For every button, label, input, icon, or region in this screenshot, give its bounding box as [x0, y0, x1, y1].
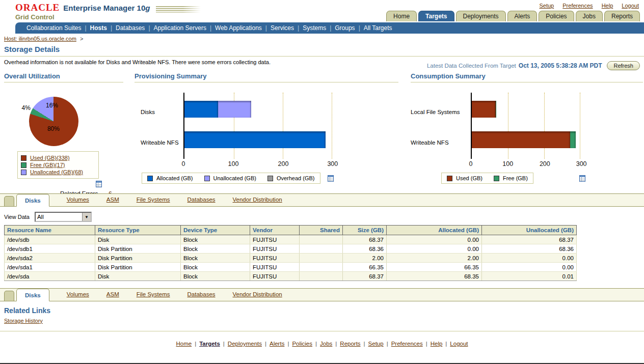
legend-unallocated: Unallocated (GB) [204, 175, 256, 181]
col-allocated: Allocated (GB) [387, 226, 482, 235]
footer-preferences[interactable]: Preferences [391, 341, 423, 347]
table-row[interactable]: /dev/sdaDiskBlockFUJITSU68.3768.350.01 [5, 272, 577, 281]
refresh-button[interactable]: Refresh [607, 61, 640, 70]
legend-used: Used (GB) [447, 175, 482, 181]
detail-tab-databases[interactable]: Databases [187, 193, 216, 206]
table-cell: Block [181, 244, 250, 254]
setup-link[interactable]: Setup [539, 3, 554, 9]
footer-jobs[interactable]: Jobs [320, 341, 332, 347]
tab-home[interactable]: Home [386, 11, 417, 21]
table-row[interactable]: /dev/sda1Disk PartitionBlockFUJITSU66.35… [5, 263, 577, 272]
consumption-plot-area [471, 93, 580, 159]
consumption-bar-chart: Local File Systems Writeable NFS 0 100 2… [411, 93, 582, 169]
used-legend-link[interactable]: Used (GB)(338) [30, 155, 70, 161]
legend-allocated: Allocated (GB) [147, 175, 193, 181]
table-row[interactable]: /dev/sda2Disk PartitionBlockFUJITSU2.002… [5, 254, 577, 263]
preferences-link[interactable]: Preferences [562, 3, 593, 9]
bar-writeable-nfs[interactable] [184, 131, 332, 148]
footer-reports[interactable]: Reports [340, 341, 360, 347]
breadcrumb-host-link[interactable]: Host: ilinrbn05.us.oracle.com [4, 36, 76, 42]
table-cell: Disk [95, 235, 181, 244]
bar-lfs-used[interactable] [472, 101, 496, 118]
subnav-databases[interactable]: Databases [116, 24, 145, 32]
tab-targets[interactable]: Targets [418, 11, 454, 21]
tab-policies[interactable]: Policies [539, 11, 574, 21]
table-cell: Disk Partition [95, 244, 181, 254]
bar-disks[interactable] [184, 101, 332, 118]
detail-tab-databases[interactable]: Databases [187, 288, 216, 301]
logout-link[interactable]: Logout [622, 3, 639, 9]
unallocated-swatch [21, 170, 26, 175]
overall-utilization-title: Overall Utilization [4, 72, 123, 82]
tick-300: 300 [576, 160, 587, 167]
detail-tab-file-systems[interactable]: File Systems [137, 288, 170, 301]
detail-tab-volumes[interactable]: Volumes [67, 288, 89, 301]
col-resource-name: Resource Name [5, 226, 95, 235]
footer-alerts[interactable]: Alerts [270, 341, 284, 347]
footer-policies[interactable]: Policies [292, 341, 312, 347]
unallocated-legend-link[interactable]: Unallocated (GB)(68) [30, 169, 83, 175]
bar-lfs-free[interactable] [496, 101, 496, 118]
tab-deployments[interactable]: Deployments [456, 11, 506, 21]
subnav-collaboration-suites[interactable]: Collaboration Suites [26, 24, 81, 32]
subnav-groups[interactable]: Groups [335, 24, 355, 32]
tab-reports[interactable]: Reports [604, 11, 640, 21]
bar-nfs-free[interactable] [570, 131, 576, 148]
subnav-application-servers[interactable]: Application Servers [154, 24, 206, 32]
bar-disks-allocated[interactable] [184, 101, 218, 118]
subnav-systems[interactable]: Systems [303, 24, 326, 32]
footer-links: Home|Targets|Deployments|Alerts|Policies… [0, 331, 644, 347]
table-row[interactable]: /dev/sdb1Disk PartitionBlockFUJITSU68.36… [5, 244, 577, 254]
provisioning-x-axis: 0 100 200 300 [183, 160, 333, 169]
tab-alerts[interactable]: Alerts [507, 11, 538, 21]
subnav-separator: | [111, 24, 112, 32]
table-row[interactable]: /dev/sdbDiskBlockFUJITSU68.370.0068.37 [5, 235, 577, 244]
detail-tab-vendor-distribution[interactable]: Vendor Distribution [233, 288, 282, 301]
subnav-services[interactable]: Services [271, 24, 294, 32]
charts-region: Overall Utilization 80% 16% 4% Used (GB)… [0, 65, 644, 186]
detail-tab-volumes[interactable]: Volumes [67, 193, 89, 206]
provisioning-legend: Allocated (GB) Unallocated (GB) Overhead… [142, 173, 320, 184]
subnav-web-applications[interactable]: Web Applications [215, 24, 262, 32]
bar-nfs-used[interactable] [472, 131, 570, 148]
detail-tab-file-systems[interactable]: File Systems [137, 193, 170, 206]
bar-disks-unallocated[interactable] [218, 101, 252, 118]
pie-table-view-icon[interactable] [96, 181, 102, 187]
provisioning-table-view-icon[interactable] [328, 175, 334, 182]
detail-tab-disks[interactable]: Disks [16, 289, 49, 301]
detail-tab-asm[interactable]: ASM [106, 193, 119, 206]
view-data-select[interactable]: All ▼ [35, 212, 92, 222]
bar-nfs-allocated[interactable] [184, 131, 326, 148]
tick-0: 0 [469, 160, 473, 167]
table-cell: 68.37 [343, 272, 387, 281]
subnav-separator: | [210, 24, 211, 32]
subnav-separator: | [85, 24, 86, 32]
detail-tab-disks[interactable]: Disks [16, 194, 49, 207]
subnav-all-targets[interactable]: All Targets [364, 24, 392, 32]
pie-label-unallocated: 16% [46, 102, 58, 109]
table-cell: Block [181, 254, 250, 263]
view-data-value: All [36, 213, 82, 221]
provisioning-summary-section: Provisioning Summary Disks Writeable NFS [135, 72, 409, 186]
footer-logout[interactable]: Logout [450, 341, 468, 347]
bar-local-file-systems[interactable] [472, 101, 580, 118]
tab-jobs[interactable]: Jobs [576, 11, 603, 21]
dropdown-arrow-icon[interactable]: ▼ [82, 213, 91, 221]
consumption-table-view-icon[interactable] [579, 175, 585, 182]
used-swatch [21, 155, 26, 161]
detail-tab-asm[interactable]: ASM [106, 288, 119, 301]
detail-tab-vendor-distribution[interactable]: Vendor Distribution [233, 193, 282, 206]
storage-history-link[interactable]: Storage History [4, 318, 43, 324]
footer-home[interactable]: Home [176, 341, 192, 347]
footer-help[interactable]: Help [431, 341, 443, 347]
subnav-hosts[interactable]: Hosts [90, 24, 107, 32]
footer-setup[interactable]: Setup [368, 341, 384, 347]
free-legend-link[interactable]: Free (GB)(17) [30, 162, 65, 168]
latest-data-timestamp: Oct 13, 2005 5:38:28 AM PDT [519, 62, 602, 69]
grid-control-subtitle: Grid Control [15, 13, 55, 21]
footer-deployments[interactable]: Deployments [228, 341, 262, 347]
footer-targets[interactable]: Targets [199, 341, 220, 347]
bar-writeable-nfs[interactable] [472, 131, 580, 148]
help-link[interactable]: Help [602, 3, 613, 9]
col-vendor: Vendor [250, 226, 300, 235]
